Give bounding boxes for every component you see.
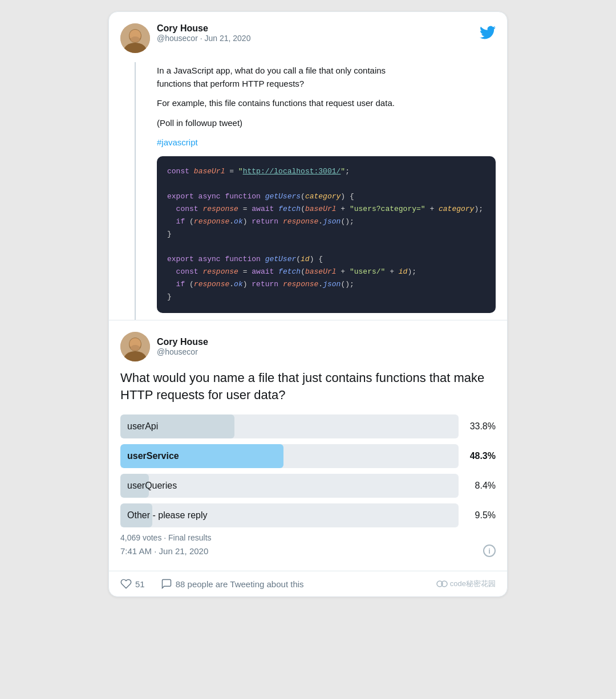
poll-row-1: userApi 33.8% [120, 414, 496, 438]
poll-meta: 4,069 votes · Final results [120, 533, 496, 542]
heart-icon [120, 578, 132, 590]
poll-pct-4: 9.5% [464, 510, 496, 521]
poll-pct-2: 48.3% [464, 451, 496, 461]
watermark: code秘密花园 [436, 579, 496, 589]
twitter-bird-icon [480, 25, 496, 44]
poll-time: 7:41 AM · Jun 21, 2020 i [120, 544, 496, 557]
svg-point-9 [131, 345, 140, 351]
thread-line [135, 62, 136, 320]
poll-bar-wrap-1: userApi [120, 414, 459, 438]
like-count: 51 [135, 579, 145, 589]
tweet-1: Cory House @housecor · Jun 21, 2020 [109, 12, 507, 62]
svg-point-4 [131, 36, 140, 42]
tweet-footer: 51 88 people are Tweeting about this cod… [109, 571, 507, 596]
hashtag[interactable]: #javascript [157, 136, 496, 149]
display-name-2[interactable]: Cory House [157, 337, 208, 347]
user-info-2: Cory House @housecor [157, 337, 208, 356]
handle-2: @housecor [157, 347, 208, 356]
retweets-label: 88 people are Tweeting about this [176, 579, 304, 589]
thread-container: In a JavaScript app, what do you call a … [109, 62, 507, 320]
handle-date-1: @housecor · Jun 21, 2020 [157, 34, 250, 43]
poll-bar-wrap-2: userService [120, 444, 459, 468]
comment-action[interactable]: 88 people are Tweeting about this [161, 578, 304, 590]
poll-header: Cory House @housecor [120, 332, 496, 361]
poll-row-4: Other - please reply 9.5% [120, 503, 496, 527]
poll-pct-3: 8.4% [464, 481, 496, 491]
poll-question: What would you name a file that just con… [120, 369, 496, 405]
tweet-body-3: (Poll in followup tweet) [157, 117, 496, 130]
tweet-2: Cory House @housecor What would you name… [109, 320, 507, 571]
poll-row-3: userQueries 8.4% [120, 474, 496, 498]
watermark-text: code秘密花园 [450, 579, 496, 589]
code-block: const baseUrl = "http://localhost:3001/"… [157, 156, 496, 313]
avatar-2[interactable] [120, 332, 150, 361]
tweet-body-1: In a JavaScript app, what do you call a … [157, 64, 496, 90]
poll-bar-label-1: userApi [120, 414, 459, 438]
poll-bar-wrap-3: userQueries [120, 474, 459, 498]
display-name-1[interactable]: Cory House [157, 23, 250, 34]
info-icon[interactable]: i [483, 544, 496, 557]
poll-pct-1: 33.8% [464, 421, 496, 432]
tweet-body-2: For example, this file contains function… [157, 97, 496, 110]
poll-bar-wrap-4: Other - please reply [120, 503, 459, 527]
poll-bar-label-2: userService [120, 444, 459, 468]
user-info-1: Cory House @housecor · Jun 21, 2020 [157, 23, 250, 43]
avatar-1[interactable] [120, 23, 150, 53]
tweet-card: Cory House @housecor · Jun 21, 2020 In a… [108, 11, 508, 597]
watermark-icon [436, 579, 448, 588]
comment-icon [161, 578, 172, 590]
poll-row-2: userService 48.3% [120, 444, 496, 468]
like-action[interactable]: 51 [120, 578, 145, 590]
poll-bar-label-3: userQueries [120, 474, 459, 498]
poll-bar-label-4: Other - please reply [120, 503, 459, 527]
tweet-1-body: In a JavaScript app, what do you call a … [157, 62, 496, 320]
thread-left [120, 62, 150, 320]
